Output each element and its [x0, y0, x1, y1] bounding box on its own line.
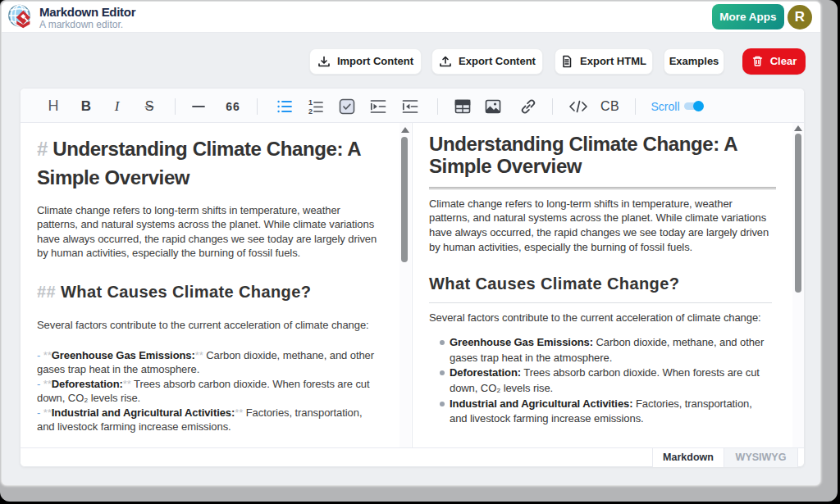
svg-text:1: 1 — [308, 98, 313, 107]
svg-text:2: 2 — [308, 107, 313, 116]
